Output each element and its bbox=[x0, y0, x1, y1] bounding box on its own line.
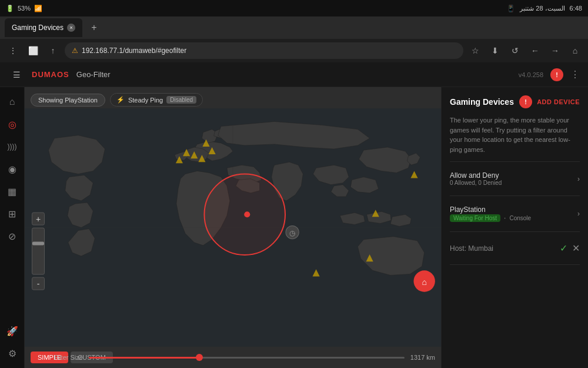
playstation-row[interactable]: PlayStation Waiting For Host · Console › bbox=[450, 203, 580, 224]
app-container: ☰ DUMAOS Geo-Filter v4.0.258 ! ⋮ ⌂ ◎ )))… bbox=[0, 62, 588, 368]
panel-description: The lower your ping, the more stable you… bbox=[450, 115, 580, 154]
hamburger-menu-button[interactable]: ☰ bbox=[8, 67, 25, 83]
svg-text:◷: ◷ bbox=[289, 229, 295, 237]
home-browser-button[interactable]: ⌂ bbox=[567, 42, 583, 59]
showing-playstation-pill[interactable]: Showing PlayStation bbox=[31, 94, 105, 107]
allow-deny-chevron-icon: › bbox=[577, 175, 580, 183]
alert-button[interactable]: ! bbox=[550, 68, 563, 81]
menu-nav-button[interactable]: ⋮ bbox=[5, 42, 21, 59]
check-icon[interactable]: ✓ bbox=[560, 243, 567, 254]
panel-alert-button[interactable]: ! bbox=[519, 95, 532, 108]
host-row: Host: Mumbai ✓ ✕ bbox=[450, 239, 580, 257]
sidebar-item-target[interactable]: ◉ bbox=[2, 159, 22, 179]
steady-ping-label: Steady Ping bbox=[128, 97, 163, 104]
dot-separator: · bbox=[504, 214, 506, 222]
panel-title: Gaming Devices bbox=[450, 97, 514, 107]
console-label: Console bbox=[509, 215, 531, 221]
waiting-badge: Waiting For Host bbox=[450, 214, 500, 222]
sidebar-item-wifi[interactable]: )))) bbox=[2, 137, 22, 157]
divider-1 bbox=[450, 161, 580, 162]
page-title: Geo-Filter bbox=[76, 70, 111, 79]
panel-header: Gaming Devices ! ADD DEVICE bbox=[450, 95, 580, 108]
filter-bar: Showing PlayStation ⚡ Steady Ping Disabl… bbox=[31, 93, 203, 107]
playstation-left: PlayStation Waiting For Host · Console bbox=[450, 205, 577, 222]
status-time: 6:48 bbox=[570, 5, 582, 12]
back-button[interactable]: ← bbox=[527, 42, 543, 59]
refresh-button[interactable]: ↺ bbox=[507, 42, 523, 59]
close-icon[interactable]: ✕ bbox=[572, 243, 580, 254]
ps-label: PlayStation bbox=[450, 205, 486, 214]
zoom-handle bbox=[32, 241, 44, 245]
status-date: السبت، 28 شتنبر bbox=[520, 5, 564, 12]
app-logo: DUMAOS bbox=[32, 70, 69, 79]
filter-slider-thumb bbox=[196, 354, 203, 361]
download-button[interactable]: ⬇ bbox=[487, 42, 503, 59]
address-bar[interactable]: ⚠ 192.168.77.1/dumaweb/#geofilter bbox=[65, 42, 463, 59]
new-tab-button[interactable]: + bbox=[87, 21, 101, 35]
zoom-in-button[interactable]: + bbox=[32, 212, 45, 225]
sidebar: ⌂ ◎ )))) ◉ ▦ ⊞ ⊘ 🚀 ⚙ bbox=[0, 87, 25, 368]
ps-badges: Waiting For Host · Console bbox=[450, 214, 577, 222]
playstation-chevron-icon: › bbox=[577, 210, 580, 218]
host-label: Host: Mumbai bbox=[450, 244, 493, 253]
battery-percent: 53% bbox=[18, 5, 31, 12]
url-text: 192.168.77.1/dumaweb/#geofilter bbox=[82, 47, 186, 55]
allow-deny-left: Allow and Deny 0 Allowed, 0 Denied bbox=[450, 171, 577, 186]
status-right: 6:48 السبت، 28 شتنبر 📱 bbox=[507, 5, 582, 12]
sidebar-item-settings[interactable]: ⚙ bbox=[2, 343, 22, 363]
sidebar-item-home[interactable]: ⌂ bbox=[2, 92, 22, 112]
divider-2 bbox=[450, 195, 580, 196]
world-map-svg: ◷ ⌂ bbox=[25, 87, 441, 368]
tab-title: Gaming Devices bbox=[12, 24, 64, 32]
browser-bar: Gaming Devices × + bbox=[0, 16, 588, 39]
overflow-menu-button[interactable]: ⋮ bbox=[570, 69, 580, 80]
nav-bar: ⋮ ⬜ ↑ ⚠ 192.168.77.1/dumaweb/#geofilter … bbox=[0, 39, 588, 62]
divider-3 bbox=[450, 231, 580, 232]
sidebar-item-rocket[interactable]: 🚀 bbox=[2, 321, 22, 341]
allow-deny-sub: 0 Allowed, 0 Denied bbox=[450, 180, 577, 186]
filter-slider-track[interactable] bbox=[89, 357, 405, 359]
sidebar-item-block[interactable]: ⊘ bbox=[2, 226, 22, 246]
allow-deny-row[interactable]: Allow and Deny 0 Allowed, 0 Denied › bbox=[450, 169, 580, 188]
filter-km-value: 1317 km bbox=[410, 354, 435, 361]
filter-size-label: Filter Size bbox=[54, 354, 83, 361]
tab-close-button[interactable]: × bbox=[67, 24, 75, 32]
zoom-slider[interactable] bbox=[32, 227, 45, 274]
steady-ping-toggle[interactable]: ⚡ Steady Ping Disabled bbox=[110, 93, 203, 107]
allow-deny-label: Allow and Deny bbox=[450, 171, 577, 180]
sidebar-item-geofilter[interactable]: ◎ bbox=[2, 114, 22, 134]
security-warning-icon: ⚠ bbox=[72, 47, 78, 55]
status-left: 🔋 53% 📶 bbox=[6, 5, 42, 12]
right-panel: Gaming Devices ! ADD DEVICE The lower yo… bbox=[441, 87, 588, 368]
main-content: ⌂ ◎ )))) ◉ ▦ ⊞ ⊘ 🚀 ⚙ Showing PlayStation… bbox=[0, 87, 588, 368]
forward-button[interactable]: → bbox=[547, 42, 563, 59]
disabled-badge: Disabled bbox=[166, 96, 196, 104]
host-actions: ✓ ✕ bbox=[560, 243, 580, 254]
wifi-status-icon: 📶 bbox=[34, 5, 42, 12]
divider-4 bbox=[450, 264, 580, 265]
map-controls: + - bbox=[32, 212, 45, 290]
filter-size-bar: Filter Size 1317 km bbox=[54, 354, 435, 361]
battery-icon: 🔋 bbox=[6, 5, 14, 12]
share-button[interactable]: ↑ bbox=[45, 42, 61, 59]
status-bar: 🔋 53% 📶 6:48 السبت، 28 شتنبر 📱 bbox=[0, 0, 588, 16]
bookmark-button[interactable]: ☆ bbox=[467, 42, 483, 59]
tab-switcher-button[interactable]: ⬜ bbox=[25, 42, 41, 59]
sidebar-item-devices[interactable]: ⊞ bbox=[2, 204, 22, 224]
add-device-button[interactable]: ADD DEVICE bbox=[537, 98, 580, 105]
map-area[interactable]: Showing PlayStation ⚡ Steady Ping Disabl… bbox=[25, 87, 441, 368]
zoom-out-button[interactable]: - bbox=[32, 277, 45, 290]
app-topbar: ☰ DUMAOS Geo-Filter v4.0.258 ! ⋮ bbox=[0, 62, 588, 87]
filter-slider-fill bbox=[89, 357, 199, 359]
screenshot-icon: 📱 bbox=[507, 5, 515, 12]
sidebar-item-stats[interactable]: ▦ bbox=[2, 181, 22, 201]
ps-header: PlayStation bbox=[450, 205, 577, 214]
lightning-icon: ⚡ bbox=[116, 96, 125, 104]
panel-actions: ! ADD DEVICE bbox=[519, 95, 580, 108]
svg-point-15 bbox=[244, 211, 250, 217]
svg-text:⌂: ⌂ bbox=[422, 277, 427, 287]
browser-tab[interactable]: Gaming Devices × bbox=[5, 18, 82, 37]
version-badge: v4.0.258 bbox=[519, 71, 543, 78]
